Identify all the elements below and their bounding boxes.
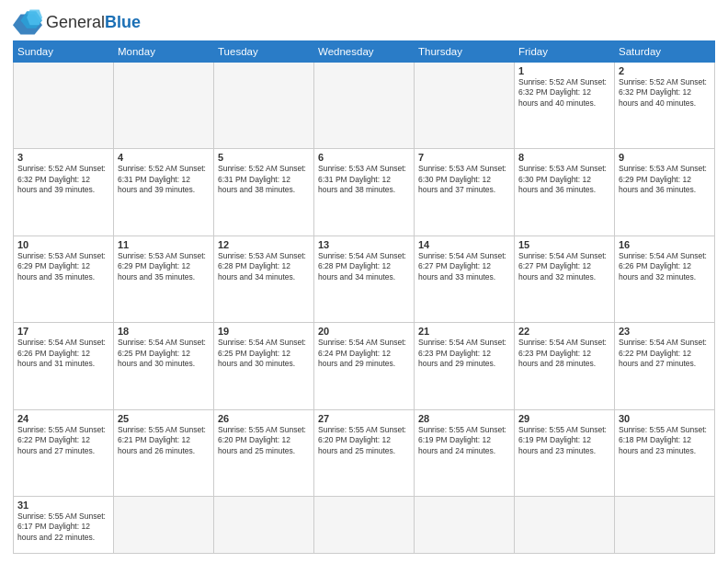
day-info: Sunrise: 5:55 AM Sunset: 6:19 PM Dayligh… <box>418 425 510 456</box>
calendar-cell: 29Sunrise: 5:55 AM Sunset: 6:19 PM Dayli… <box>515 409 615 496</box>
day-number: 2 <box>619 65 711 76</box>
day-info: Sunrise: 5:54 AM Sunset: 6:25 PM Dayligh… <box>218 338 310 369</box>
weekday-header: Tuesday <box>214 41 314 63</box>
weekday-header: Monday <box>114 41 214 63</box>
day-info: Sunrise: 5:55 AM Sunset: 6:20 PM Dayligh… <box>318 425 410 456</box>
calendar-header-row: SundayMondayTuesdayWednesdayThursdayFrid… <box>14 41 715 63</box>
day-number: 25 <box>118 413 210 424</box>
calendar-cell: 19Sunrise: 5:54 AM Sunset: 6:25 PM Dayli… <box>214 323 314 409</box>
calendar-cell: 6Sunrise: 5:53 AM Sunset: 6:31 PM Daylig… <box>314 149 415 236</box>
day-info: Sunrise: 5:55 AM Sunset: 6:22 PM Dayligh… <box>17 425 109 456</box>
calendar-cell <box>515 497 615 554</box>
calendar-cell: 28Sunrise: 5:55 AM Sunset: 6:19 PM Dayli… <box>415 409 515 496</box>
calendar-cell: 12Sunrise: 5:53 AM Sunset: 6:28 PM Dayli… <box>214 236 314 322</box>
calendar-cell: 23Sunrise: 5:54 AM Sunset: 6:22 PM Dayli… <box>615 323 715 409</box>
weekday-header: Friday <box>515 41 615 63</box>
day-info: Sunrise: 5:53 AM Sunset: 6:29 PM Dayligh… <box>17 251 109 282</box>
day-info: Sunrise: 5:52 AM Sunset: 6:31 PM Dayligh… <box>118 164 210 195</box>
day-number: 27 <box>318 413 410 424</box>
calendar-cell: 30Sunrise: 5:55 AM Sunset: 6:18 PM Dayli… <box>615 409 715 496</box>
day-info: Sunrise: 5:52 AM Sunset: 6:32 PM Dayligh… <box>518 77 610 109</box>
calendar-cell <box>114 497 214 554</box>
calendar-cell: 4Sunrise: 5:52 AM Sunset: 6:31 PM Daylig… <box>114 149 214 236</box>
day-number: 13 <box>318 239 410 250</box>
calendar-cell: 8Sunrise: 5:53 AM Sunset: 6:30 PM Daylig… <box>515 149 615 236</box>
day-number: 9 <box>619 152 711 163</box>
calendar-table: SundayMondayTuesdayWednesdayThursdayFrid… <box>13 40 715 554</box>
day-number: 4 <box>118 152 210 163</box>
calendar-cell: 20Sunrise: 5:54 AM Sunset: 6:24 PM Dayli… <box>314 323 415 409</box>
day-number: 3 <box>17 152 109 163</box>
day-number: 8 <box>518 152 610 163</box>
day-number: 28 <box>418 413 510 424</box>
header: GeneralBlue <box>13 9 715 35</box>
svg-marker-2 <box>27 10 42 26</box>
day-number: 18 <box>118 326 210 337</box>
calendar-cell: 18Sunrise: 5:54 AM Sunset: 6:25 PM Dayli… <box>114 323 214 409</box>
day-number: 31 <box>17 500 109 511</box>
day-info: Sunrise: 5:55 AM Sunset: 6:20 PM Dayligh… <box>218 425 310 456</box>
day-number: 17 <box>17 326 109 337</box>
day-number: 30 <box>619 413 711 424</box>
calendar-week-row: 31Sunrise: 5:55 AM Sunset: 6:17 PM Dayli… <box>14 497 715 554</box>
day-number: 12 <box>218 239 310 250</box>
calendar-cell <box>114 63 214 149</box>
day-number: 20 <box>318 326 410 337</box>
day-number: 6 <box>318 152 410 163</box>
day-number: 21 <box>418 326 510 337</box>
weekday-header: Wednesday <box>314 41 415 63</box>
day-number: 1 <box>518 65 610 76</box>
day-number: 16 <box>619 239 711 250</box>
day-number: 29 <box>518 413 610 424</box>
day-info: Sunrise: 5:52 AM Sunset: 6:31 PM Dayligh… <box>218 164 310 195</box>
calendar-cell: 15Sunrise: 5:54 AM Sunset: 6:27 PM Dayli… <box>515 236 615 322</box>
calendar-cell: 1Sunrise: 5:52 AM Sunset: 6:32 PM Daylig… <box>515 63 615 149</box>
calendar-week-row: 1Sunrise: 5:52 AM Sunset: 6:32 PM Daylig… <box>14 63 715 149</box>
logo-text: GeneralBlue <box>46 13 141 32</box>
calendar-cell <box>415 63 515 149</box>
day-info: Sunrise: 5:53 AM Sunset: 6:30 PM Dayligh… <box>418 164 510 195</box>
day-info: Sunrise: 5:52 AM Sunset: 6:32 PM Dayligh… <box>17 164 109 195</box>
day-info: Sunrise: 5:53 AM Sunset: 6:29 PM Dayligh… <box>118 251 210 282</box>
calendar-cell: 3Sunrise: 5:52 AM Sunset: 6:32 PM Daylig… <box>14 149 114 236</box>
calendar-cell: 24Sunrise: 5:55 AM Sunset: 6:22 PM Dayli… <box>14 409 114 496</box>
day-info: Sunrise: 5:54 AM Sunset: 6:26 PM Dayligh… <box>619 251 711 282</box>
day-number: 14 <box>418 239 510 250</box>
day-info: Sunrise: 5:52 AM Sunset: 6:32 PM Dayligh… <box>619 77 711 109</box>
calendar-week-row: 17Sunrise: 5:54 AM Sunset: 6:26 PM Dayli… <box>14 323 715 409</box>
day-info: Sunrise: 5:53 AM Sunset: 6:28 PM Dayligh… <box>218 251 310 282</box>
calendar-cell: 7Sunrise: 5:53 AM Sunset: 6:30 PM Daylig… <box>415 149 515 236</box>
day-number: 19 <box>218 326 310 337</box>
day-info: Sunrise: 5:54 AM Sunset: 6:25 PM Dayligh… <box>118 338 210 369</box>
calendar-cell <box>314 63 415 149</box>
weekday-header: Sunday <box>14 41 114 63</box>
calendar-cell: 26Sunrise: 5:55 AM Sunset: 6:20 PM Dayli… <box>214 409 314 496</box>
calendar-cell: 31Sunrise: 5:55 AM Sunset: 6:17 PM Dayli… <box>14 497 114 554</box>
calendar-cell <box>14 63 114 149</box>
calendar-cell: 10Sunrise: 5:53 AM Sunset: 6:29 PM Dayli… <box>14 236 114 322</box>
day-number: 22 <box>518 326 610 337</box>
day-info: Sunrise: 5:55 AM Sunset: 6:17 PM Dayligh… <box>17 511 109 543</box>
calendar-cell: 11Sunrise: 5:53 AM Sunset: 6:29 PM Dayli… <box>114 236 214 322</box>
day-info: Sunrise: 5:53 AM Sunset: 6:29 PM Dayligh… <box>619 164 711 195</box>
day-info: Sunrise: 5:54 AM Sunset: 6:26 PM Dayligh… <box>17 338 109 369</box>
day-info: Sunrise: 5:55 AM Sunset: 6:19 PM Dayligh… <box>518 425 610 456</box>
calendar-cell: 21Sunrise: 5:54 AM Sunset: 6:23 PM Dayli… <box>415 323 515 409</box>
page: GeneralBlue SundayMondayTuesdayWednesday… <box>0 0 728 563</box>
calendar-week-row: 24Sunrise: 5:55 AM Sunset: 6:22 PM Dayli… <box>14 409 715 496</box>
calendar-cell: 13Sunrise: 5:54 AM Sunset: 6:28 PM Dayli… <box>314 236 415 322</box>
calendar-cell: 25Sunrise: 5:55 AM Sunset: 6:21 PM Dayli… <box>114 409 214 496</box>
day-info: Sunrise: 5:55 AM Sunset: 6:21 PM Dayligh… <box>118 425 210 456</box>
calendar-week-row: 3Sunrise: 5:52 AM Sunset: 6:32 PM Daylig… <box>14 149 715 236</box>
day-info: Sunrise: 5:53 AM Sunset: 6:31 PM Dayligh… <box>318 164 410 195</box>
calendar-cell: 9Sunrise: 5:53 AM Sunset: 6:29 PM Daylig… <box>615 149 715 236</box>
calendar-cell <box>615 497 715 554</box>
day-info: Sunrise: 5:54 AM Sunset: 6:24 PM Dayligh… <box>318 338 410 369</box>
weekday-header: Saturday <box>615 41 715 63</box>
calendar-cell: 16Sunrise: 5:54 AM Sunset: 6:26 PM Dayli… <box>615 236 715 322</box>
day-info: Sunrise: 5:54 AM Sunset: 6:23 PM Dayligh… <box>418 338 510 369</box>
day-info: Sunrise: 5:53 AM Sunset: 6:30 PM Dayligh… <box>518 164 610 195</box>
calendar-cell <box>214 497 314 554</box>
day-info: Sunrise: 5:54 AM Sunset: 6:27 PM Dayligh… <box>418 251 510 282</box>
calendar-cell <box>415 497 515 554</box>
